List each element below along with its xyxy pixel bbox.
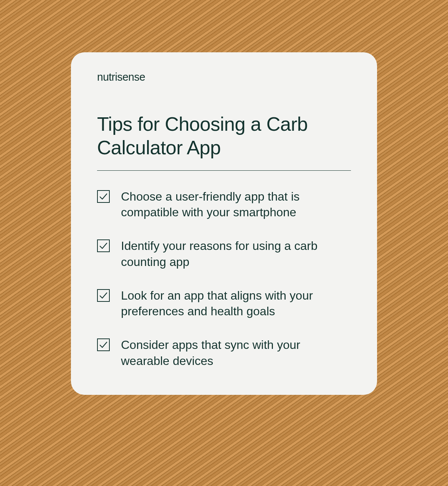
checkmark-icon: [97, 338, 110, 351]
brand-logo: nutrisense: [97, 71, 351, 83]
checkmark-icon: [97, 239, 110, 252]
info-card: nutrisense Tips for Choosing a Carb Calc…: [71, 52, 377, 395]
list-item: Consider apps that sync with your wearab…: [97, 337, 351, 368]
svg-rect-3: [97, 339, 109, 351]
tips-list: Choose a user-friendly app that is compa…: [97, 189, 351, 369]
checkmark-icon: [97, 289, 110, 302]
svg-rect-2: [97, 290, 109, 301]
list-item: Look for an app that aligns with your pr…: [97, 288, 351, 319]
checkmark-icon: [97, 190, 110, 203]
card-title: Tips for Choosing a Carb Calculator App: [97, 112, 351, 171]
list-item-text: Consider apps that sync with your wearab…: [121, 337, 330, 368]
list-item-text: Identify your reasons for using a carb c…: [121, 238, 330, 269]
page-stage: nutrisense Tips for Choosing a Carb Calc…: [0, 0, 448, 486]
list-item-text: Look for an app that aligns with your pr…: [121, 288, 330, 319]
svg-rect-1: [97, 240, 109, 252]
list-item: Choose a user-friendly app that is compa…: [97, 189, 351, 220]
list-item-text: Choose a user-friendly app that is compa…: [121, 189, 330, 220]
svg-rect-0: [97, 191, 109, 202]
list-item: Identify your reasons for using a carb c…: [97, 238, 351, 269]
